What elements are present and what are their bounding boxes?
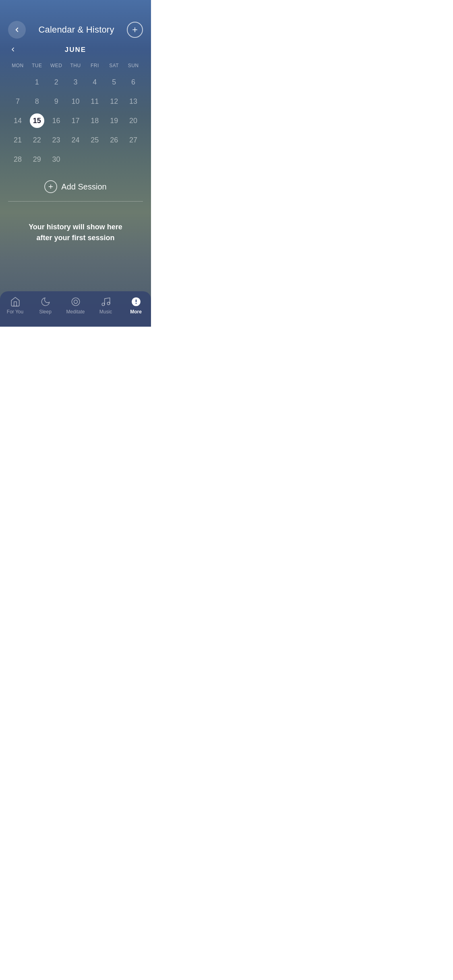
add-session-section[interactable]: Add Session xyxy=(0,168,151,201)
page-title: Calendar & History xyxy=(38,25,114,35)
nav-item-sleep[interactable]: Sleep xyxy=(31,296,60,315)
music-icon xyxy=(100,296,112,307)
calendar-day[interactable]: 17 xyxy=(66,112,85,130)
nav-label-sleep: Sleep xyxy=(39,309,52,315)
calendar-day[interactable]: 30 xyxy=(47,150,66,168)
add-session-icon xyxy=(44,180,57,193)
nav-item-meditate[interactable]: Meditate xyxy=(62,296,90,315)
calendar-day[interactable]: 27 xyxy=(124,131,143,149)
add-button[interactable] xyxy=(127,22,143,38)
history-message: Your history will show hereafter your fi… xyxy=(29,222,122,243)
calendar-day xyxy=(8,73,27,91)
back-button[interactable] xyxy=(8,21,26,39)
svg-point-5 xyxy=(74,300,77,304)
add-session-label: Add Session xyxy=(61,182,106,191)
nav-item-for-you[interactable]: For You xyxy=(1,296,29,315)
calendar-day[interactable]: 14 xyxy=(8,112,27,130)
calendar-day[interactable]: 13 xyxy=(124,93,143,110)
nav-item-more[interactable]: More xyxy=(122,296,150,315)
calendar-day[interactable]: 28 xyxy=(8,150,27,168)
calendar-day[interactable]: 11 xyxy=(85,93,104,110)
calendar-day[interactable]: 22 xyxy=(27,131,47,149)
bottom-nav: For You Sleep Meditate xyxy=(0,291,151,327)
calendar-day[interactable]: 8 xyxy=(27,93,47,110)
calendar-prev-button[interactable] xyxy=(8,45,18,56)
calendar-day[interactable]: 12 xyxy=(104,93,124,110)
svg-point-4 xyxy=(72,298,80,306)
calendar-nav: JUNE xyxy=(8,46,143,54)
calendar-day[interactable]: 29 xyxy=(27,150,47,168)
calendar-day[interactable]: 24 xyxy=(66,131,85,149)
calendar-day[interactable]: 21 xyxy=(8,131,27,149)
calendar-day[interactable]: 10 xyxy=(66,93,85,110)
day-header-tue: TUE xyxy=(27,61,47,70)
status-bar xyxy=(0,0,151,18)
calendar-day[interactable]: 23 xyxy=(47,131,66,149)
sleep-icon xyxy=(40,296,51,307)
calendar-day[interactable]: 9 xyxy=(47,93,66,110)
calendar-day[interactable]: 18 xyxy=(85,112,104,130)
calendar-day xyxy=(85,150,104,168)
calendar-day[interactable]: 25 xyxy=(85,131,104,149)
nav-label-more: More xyxy=(130,309,142,315)
calendar-day[interactable]: 15 xyxy=(27,112,47,130)
day-headers: MON TUE WED THU FRI SAT SUN xyxy=(8,61,143,70)
nav-label-for-you: For You xyxy=(7,309,23,315)
calendar-day xyxy=(124,150,143,168)
app-container: Calendar & History JUNE MON TUE WED THU xyxy=(0,0,151,327)
day-header-sun: SUN xyxy=(124,61,143,70)
svg-point-6 xyxy=(102,303,105,306)
calendar-grid: MON TUE WED THU FRI SAT SUN 123456789101… xyxy=(8,61,143,168)
calendar-day[interactable]: 20 xyxy=(124,112,143,130)
calendar-day[interactable]: 5 xyxy=(104,73,124,91)
day-header-wed: WED xyxy=(47,61,66,70)
more-icon xyxy=(130,296,142,307)
meditate-icon xyxy=(70,296,81,307)
calendar-day xyxy=(104,150,124,168)
calendar-days: 1234567891011121314151617181920212223242… xyxy=(8,73,143,168)
home-icon xyxy=(10,296,21,307)
day-header-fri: FRI xyxy=(85,61,104,70)
calendar-day[interactable]: 16 xyxy=(47,112,66,130)
calendar-day[interactable]: 1 xyxy=(27,73,47,91)
history-section: Your history will show hereafter your fi… xyxy=(0,202,151,291)
nav-label-meditate: Meditate xyxy=(66,309,85,315)
header: Calendar & History xyxy=(0,18,151,42)
calendar-day[interactable]: 6 xyxy=(124,73,143,91)
calendar-day xyxy=(66,150,85,168)
day-header-sat: SAT xyxy=(104,61,124,70)
calendar-day[interactable]: 26 xyxy=(104,131,124,149)
calendar-day[interactable]: 3 xyxy=(66,73,85,91)
calendar-day[interactable]: 19 xyxy=(104,112,124,130)
day-header-mon: MON xyxy=(8,61,27,70)
calendar-section: JUNE MON TUE WED THU FRI SAT SUN 1234567… xyxy=(0,42,151,168)
nav-label-music: Music xyxy=(99,309,112,315)
nav-item-music[interactable]: Music xyxy=(92,296,120,315)
calendar-day[interactable]: 2 xyxy=(47,73,66,91)
month-label: JUNE xyxy=(65,46,86,54)
day-header-thu: THU xyxy=(66,61,85,70)
calendar-day[interactable]: 7 xyxy=(8,93,27,110)
svg-point-7 xyxy=(107,302,110,305)
calendar-day[interactable]: 4 xyxy=(85,73,104,91)
